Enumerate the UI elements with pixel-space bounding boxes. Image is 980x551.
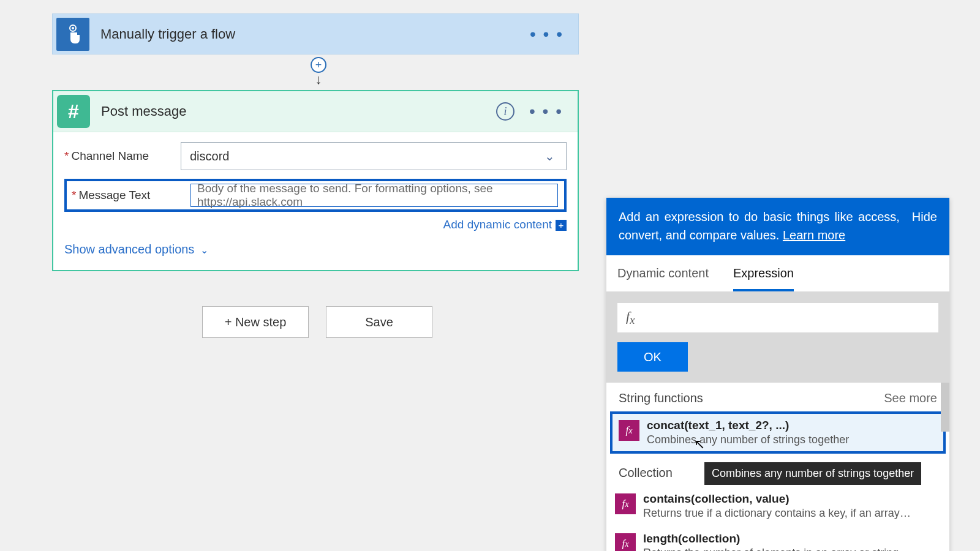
trigger-title: Manually trigger a flow (100, 26, 235, 42)
channel-select[interactable]: discord ⌄ (181, 142, 567, 170)
action-body: *Channel Name discord ⌄ *Message Text Bo… (53, 132, 578, 270)
add-step-plus-icon[interactable]: + (311, 57, 326, 73)
ok-button[interactable]: OK (617, 342, 688, 372)
panel-intro: Add an expression to do basic things lik… (619, 208, 900, 244)
info-icon[interactable]: i (496, 102, 514, 121)
action-more-menu[interactable]: • • • (529, 102, 563, 121)
svg-point-1 (72, 27, 74, 29)
function-concat[interactable]: fx concat(text_1, text_2?, ...) Combines… (610, 411, 946, 454)
button-row: + New step Save (202, 306, 432, 338)
channel-row: *Channel Name discord ⌄ (64, 142, 567, 170)
expression-area: fx OK (606, 292, 949, 383)
slack-hash-icon: # (57, 95, 90, 128)
function-list[interactable]: String functions See more fx concat(text… (606, 383, 949, 551)
function-description: Returns the number of elements in an arr… (643, 547, 899, 551)
tooltip: Combines any number of strings together (704, 462, 921, 485)
scrollbar[interactable] (941, 383, 949, 432)
expression-input[interactable]: fx (617, 303, 938, 332)
channel-label: *Channel Name (64, 149, 181, 163)
fx-icon: fx (615, 533, 636, 551)
expression-panel: Add an expression to do basic things lik… (606, 198, 949, 551)
chevron-down-icon: ⌄ (200, 245, 208, 255)
chevron-down-icon: ⌄ (545, 149, 555, 163)
trigger-more-menu[interactable]: • • • (530, 24, 564, 44)
function-signature: contains(collection, value) (643, 492, 913, 506)
see-more-link[interactable]: See more (884, 391, 937, 405)
fx-icon: fx (619, 420, 639, 441)
panel-tabs: Dynamic content Expression (606, 255, 949, 292)
function-text: length(collection) Returns the number of… (643, 532, 899, 551)
panel-header: Add an expression to do basic things lik… (606, 198, 949, 255)
save-button[interactable]: Save (326, 306, 432, 338)
channel-value: discord (190, 149, 229, 163)
function-contains[interactable]: fx contains(collection, value) Returns t… (606, 486, 949, 526)
function-text: concat(text_1, text_2?, ...) Combines an… (647, 419, 849, 446)
fx-icon: fx (615, 493, 636, 514)
message-label: *Message Text (72, 189, 188, 202)
new-step-button[interactable]: + New step (202, 306, 309, 338)
hide-button[interactable]: Hide (912, 208, 937, 244)
action-title: Post message (101, 103, 186, 119)
show-advanced-link[interactable]: Show advanced options⌄ (64, 242, 567, 257)
arrow-down-icon: ↓ (315, 72, 322, 88)
function-text: contains(collection, value) Returns true… (643, 492, 913, 520)
plus-icon: + (556, 220, 567, 231)
action-card: # Post message i • • • *Channel Name dis… (52, 90, 579, 271)
action-header[interactable]: # Post message i • • • (53, 91, 578, 132)
connector: + ↓ (309, 54, 328, 88)
trigger-card[interactable]: Manually trigger a flow • • • (52, 13, 579, 54)
manual-trigger-icon (56, 18, 89, 51)
tab-dynamic-content[interactable]: Dynamic content (617, 255, 709, 291)
category-string-functions: String functions See more (606, 383, 949, 411)
message-input[interactable]: Body of the message to send. For formatt… (190, 184, 558, 207)
function-description: Combines any number of strings together (647, 433, 849, 446)
fx-icon: fx (626, 309, 635, 327)
function-description: Returns true if a dictionary contains a … (643, 507, 913, 520)
tab-expression[interactable]: Expression (733, 255, 794, 291)
learn-more-link[interactable]: Learn more (783, 228, 845, 242)
message-row: *Message Text Body of the message to sen… (64, 179, 567, 212)
function-signature: concat(text_1, text_2?, ...) (647, 419, 849, 432)
function-length[interactable]: fx length(collection) Returns the number… (606, 526, 949, 551)
add-dynamic-content-link[interactable]: Add dynamic content+ (64, 218, 567, 231)
function-signature: length(collection) (643, 532, 899, 545)
